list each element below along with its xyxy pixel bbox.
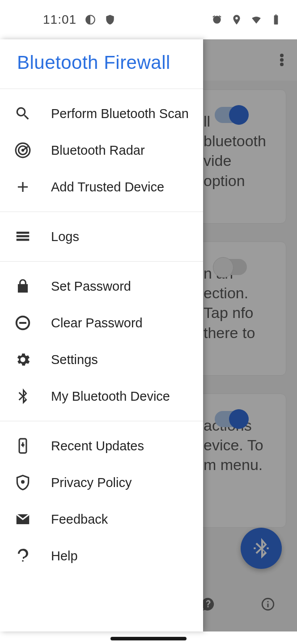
- drawer-title: Bluetooth Firewall: [17, 52, 186, 73]
- drawer-item-label: Logs: [51, 229, 79, 244]
- drawer-item-label: Bluetooth Radar: [51, 143, 145, 158]
- drawer-item-set-password[interactable]: Set Password: [0, 268, 203, 305]
- drawer-section: Recent Updates Privacy Policy Feedback H…: [0, 421, 203, 580]
- bluetooth-icon: [14, 388, 31, 405]
- drawer-item-label: Privacy Policy: [51, 475, 132, 490]
- drawer-item-label: My Bluetooth Device: [51, 389, 170, 404]
- drawer-item-perform-scan[interactable]: Perform Bluetooth Scan: [0, 95, 203, 132]
- drawer-item-my-bluetooth-device[interactable]: My Bluetooth Device: [0, 378, 203, 415]
- drawer-item-add-trusted-device[interactable]: Add Trusted Device: [0, 169, 203, 205]
- shield-icon: [104, 14, 116, 25]
- drawer-header: Bluetooth Firewall: [0, 39, 203, 89]
- lock-icon: [14, 278, 31, 295]
- logs-icon: [14, 228, 31, 245]
- battery-icon: [270, 14, 282, 25]
- drawer-item-label: Add Trusted Device: [51, 180, 164, 195]
- drawer-item-label: Perform Bluetooth Scan: [51, 106, 189, 121]
- drawer-section: Perform Bluetooth Scan Bluetooth Radar A…: [0, 89, 203, 212]
- alarm-icon: [211, 14, 223, 25]
- gesture-bar: [110, 637, 187, 640]
- svg-rect-4: [19, 322, 26, 324]
- plus-icon: [14, 178, 31, 195]
- drawer-item-label: Help: [51, 549, 78, 564]
- privacy-shield-icon: [14, 474, 31, 491]
- clear-circle-icon: [14, 314, 31, 331]
- drawer-item-label: Clear Password: [51, 316, 143, 330]
- location-icon: [231, 14, 242, 25]
- search-icon: [14, 105, 31, 122]
- drawer-section: Logs: [0, 212, 203, 262]
- drawer-item-bluetooth-radar[interactable]: Bluetooth Radar: [0, 132, 203, 169]
- status-time: 11:01: [43, 13, 76, 27]
- drawer-item-logs[interactable]: Logs: [0, 218, 203, 255]
- gear-icon: [14, 351, 31, 368]
- mail-icon: [14, 511, 31, 528]
- svg-point-6: [21, 480, 25, 483]
- status-bar: 11:01: [0, 0, 297, 39]
- navigation-drawer: Bluetooth Firewall Perform Bluetooth Sca…: [0, 39, 203, 631]
- help-question-icon: [14, 547, 31, 564]
- drawer-item-feedback[interactable]: Feedback: [0, 501, 203, 538]
- half-circle-icon: [85, 14, 96, 25]
- wifi-icon: [250, 14, 262, 25]
- drawer-item-label: Settings: [51, 352, 98, 367]
- drawer-item-settings[interactable]: Settings: [0, 341, 203, 378]
- drawer-item-label: Feedback: [51, 512, 108, 527]
- drawer-item-label: Recent Updates: [51, 439, 144, 453]
- phone-update-icon: [14, 437, 31, 454]
- drawer-item-recent-updates[interactable]: Recent Updates: [0, 428, 203, 464]
- drawer-item-privacy-policy[interactable]: Privacy Policy: [0, 464, 203, 501]
- drawer-item-clear-password[interactable]: Clear Password: [0, 305, 203, 341]
- radar-icon: [14, 142, 31, 159]
- drawer-item-label: Set Password: [51, 279, 131, 294]
- drawer-item-help[interactable]: Help: [0, 538, 203, 574]
- drawer-section: Set Password Clear Password Settings My …: [0, 262, 203, 421]
